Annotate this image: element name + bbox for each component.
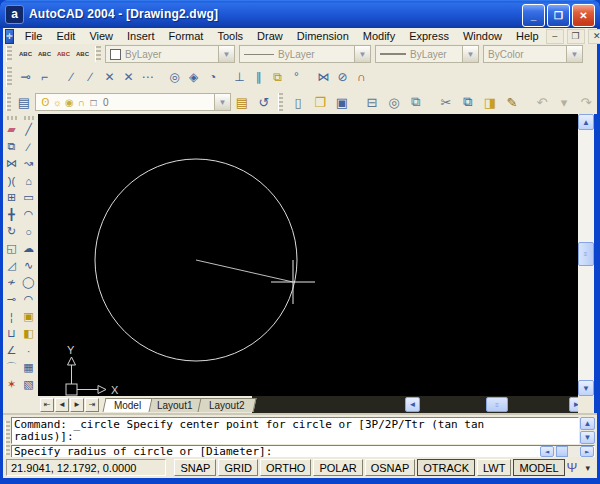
make-block-icon[interactable]: ◧ xyxy=(21,325,37,342)
snap-none-icon[interactable]: ⊘ xyxy=(333,67,352,88)
snap-node-icon[interactable]: ° xyxy=(287,67,306,88)
snap-parallel-icon[interactable]: ∥ xyxy=(249,67,268,88)
copy-object-icon[interactable]: ⧉ xyxy=(4,138,20,155)
menu-item[interactable]: Insert xyxy=(120,29,162,43)
scroll-up-icon[interactable]: ▲ xyxy=(578,114,594,130)
tab-first-icon[interactable]: ⇤ xyxy=(40,398,54,412)
snap-extension-icon[interactable]: ⋯ xyxy=(138,67,157,88)
mini-scroll-thumb[interactable] xyxy=(556,446,568,457)
snap-perpendicular-icon[interactable]: ⊥ xyxy=(230,67,249,88)
polygon-icon[interactable]: ⌂ xyxy=(21,172,37,189)
snap-from-icon[interactable]: ⌐ xyxy=(35,67,54,88)
snap-center-icon[interactable]: ◎ xyxy=(165,67,184,88)
rectangle-icon[interactable]: ▭ xyxy=(21,189,37,206)
close-button[interactable]: ✕ xyxy=(572,4,595,27)
plot-preview-icon[interactable]: ◎ xyxy=(383,92,405,113)
single-line-text-icon[interactable]: ABC xyxy=(16,45,35,63)
scale-icon[interactable]: ◱ xyxy=(4,240,20,257)
chevron-down-icon[interactable]: ▼ xyxy=(354,46,370,62)
trim-icon[interactable]: ≁ xyxy=(4,274,20,291)
text-style-icon[interactable]: ABC xyxy=(73,45,92,63)
minimize-button[interactable]: _ xyxy=(522,4,545,27)
toolbar-grip[interactable] xyxy=(7,116,17,120)
menu-item[interactable]: Edit xyxy=(49,29,82,43)
snap-quadrant-icon[interactable]: ◈ xyxy=(184,67,203,88)
redo-icon[interactable]: ↷ xyxy=(575,92,597,113)
menu-item[interactable]: Express xyxy=(402,29,456,43)
layout-tab[interactable]: Model xyxy=(103,398,153,412)
region-icon[interactable]: ▧ xyxy=(21,376,37,393)
layer-previous-icon[interactable]: ↺ xyxy=(253,92,275,113)
status-toggle[interactable]: LWT xyxy=(477,459,511,476)
snap-endpoint-icon[interactable]: ∕ xyxy=(62,67,81,88)
point-icon[interactable]: · xyxy=(21,342,37,359)
fillet-icon[interactable]: ⌒ xyxy=(4,359,20,376)
menu-item[interactable]: Window xyxy=(456,29,509,43)
tab-last-icon[interactable]: ⇥ xyxy=(85,398,99,412)
hatch-icon[interactable]: ▦ xyxy=(21,359,37,376)
rotate-icon[interactable]: ↻ xyxy=(4,223,20,240)
move-icon[interactable]: ╋ xyxy=(4,206,20,223)
chevron-down-icon[interactable]: ▼ xyxy=(462,46,478,62)
plotstyle-control[interactable]: ByColor ▼ xyxy=(483,45,583,63)
chevron-down-icon[interactable]: ▼ xyxy=(218,46,234,62)
undo-icon[interactable]: ↶ xyxy=(531,92,553,113)
coordinate-readout[interactable]: 21.9041, 12.1792, 0.0000 xyxy=(6,459,166,476)
plot-icon[interactable]: ⊟ xyxy=(361,92,383,113)
temporary-track-point-icon[interactable]: ⊸ xyxy=(16,67,35,88)
osnap-settings-icon[interactable]: ∩ xyxy=(352,67,371,88)
scroll-down-icon[interactable]: ▼ xyxy=(578,380,594,396)
publish-icon[interactable]: ⧉ xyxy=(405,92,427,113)
layer-control[interactable]: ʘ☼◉∩□ 0 ▼ xyxy=(35,93,231,111)
copy-icon[interactable]: ⧉ xyxy=(457,92,479,113)
scroll-left-icon[interactable]: ◄ xyxy=(405,397,420,412)
layout-tab[interactable]: Layout1 xyxy=(146,398,205,412)
layer-properties-icon[interactable]: ▤ xyxy=(15,92,33,113)
chevron-down-icon[interactable]: ▼ xyxy=(214,94,230,110)
maximize-button[interactable]: ❐ xyxy=(547,4,570,27)
paste-icon[interactable]: ◨ xyxy=(479,92,501,113)
menu-item[interactable]: View xyxy=(82,29,120,43)
multiline-text-icon[interactable]: ABC xyxy=(35,45,54,63)
status-toggle[interactable]: POLAR xyxy=(313,459,362,476)
snap-apparent-intersection-icon[interactable]: ✕ xyxy=(119,67,138,88)
explode-icon[interactable]: ✶ xyxy=(4,376,20,393)
status-toggle[interactable]: OTRACK xyxy=(417,459,475,476)
make-object-layer-current-icon[interactable]: ▤ xyxy=(231,92,253,113)
erase-icon[interactable]: ▰ xyxy=(4,121,20,138)
construction-line-icon[interactable]: ∕ xyxy=(21,138,37,155)
toolbar-grip[interactable] xyxy=(278,93,283,112)
horizontal-scroll-thumb[interactable]: ≡ xyxy=(486,397,508,412)
menu-item[interactable]: Dimension xyxy=(290,29,356,43)
menu-item[interactable]: Format xyxy=(162,29,211,43)
match-properties-icon[interactable]: ✎ xyxy=(501,92,523,113)
break-at-point-icon[interactable]: ¦ xyxy=(4,308,20,325)
layout-tab[interactable]: Layout2 xyxy=(197,398,256,412)
menu-item[interactable]: Help xyxy=(509,29,546,43)
scroll-left-icon[interactable]: ◄ xyxy=(540,446,554,457)
menu-item[interactable]: Draw xyxy=(250,29,290,43)
circle-icon[interactable]: ○ xyxy=(21,223,37,240)
tab-prev-icon[interactable]: ◄ xyxy=(55,398,69,412)
toolbar-grip[interactable] xyxy=(6,93,11,112)
scroll-right-icon[interactable]: ► xyxy=(580,446,594,457)
status-toggle[interactable]: OSNAP xyxy=(365,459,416,476)
lineweight-control[interactable]: ByLayer ▼ xyxy=(375,45,479,63)
status-toggle[interactable]: ORTHO xyxy=(260,459,312,476)
status-menu-arrow-icon[interactable]: ▾ xyxy=(585,463,590,473)
ellipse-arc-icon[interactable]: ◠ xyxy=(21,291,37,308)
toolbar-grip[interactable] xyxy=(95,46,101,62)
polyline-icon[interactable]: ↝ xyxy=(21,155,37,172)
linetype-control[interactable]: ByLayer ▼ xyxy=(239,45,371,63)
open-icon[interactable]: ❐ xyxy=(309,92,331,113)
status-toggle[interactable]: GRID xyxy=(218,459,258,476)
arc-icon[interactable]: ◠ xyxy=(21,206,37,223)
save-icon[interactable]: ▣ xyxy=(331,92,353,113)
chamfer-icon[interactable]: ∠ xyxy=(4,342,20,359)
spline-icon[interactable]: ∿ xyxy=(21,257,37,274)
snap-midpoint-icon[interactable]: ∕ xyxy=(81,67,100,88)
mdi-restore-icon[interactable]: ❐ xyxy=(567,29,585,44)
toolbar-grip[interactable] xyxy=(6,67,12,87)
menu-item[interactable]: Tools xyxy=(210,29,250,43)
undo-dropdown-icon[interactable]: ▾ xyxy=(553,92,575,113)
